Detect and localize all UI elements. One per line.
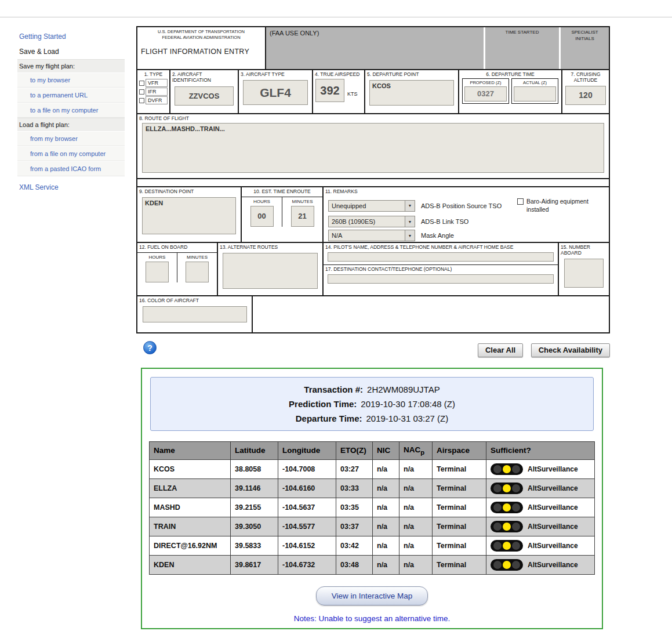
- sufficient-label: AltSurveillance: [528, 503, 578, 512]
- table-header-row: Name Latitude Longitude ETO(Z) NIC NACp …: [150, 442, 595, 460]
- actual-time-label: ACTUAL (Z): [513, 79, 557, 86]
- field-cruising-altitude: 7. CRUISING ALTITUDE 120: [562, 70, 609, 113]
- field-destination-point: 9. DESTINATION POINT KDEN: [137, 187, 242, 242]
- sufficient-label: AltSurveillance: [528, 523, 578, 531]
- sidebar-header-save-flight-plan: Save my flight plan:: [17, 59, 125, 72]
- enroute-hours-input[interactable]: 00: [250, 206, 274, 227]
- departure-point-input[interactable]: KCOS: [369, 80, 454, 106]
- vfr-checkbox[interactable]: [139, 81, 144, 86]
- fuel-minutes-col: MINUTES: [177, 253, 217, 282]
- sidebar-item-load-from-file[interactable]: from a file on my computer: [17, 146, 125, 161]
- dvfr-checkbox[interactable]: [139, 98, 144, 103]
- color-of-aircraft-input[interactable]: [143, 306, 247, 322]
- col-header-airspace: Airspace: [433, 442, 486, 460]
- sidebar-item-load-from-browser[interactable]: from my browser: [17, 131, 125, 146]
- sidebar-item-save-to-permanent-url[interactable]: to a permanent URL: [17, 88, 125, 103]
- form-section-gap: [137, 179, 609, 186]
- departure-time-summary-value: 2019-10-31 03:27 (Z): [366, 414, 449, 423]
- enroute-minutes-col: MINUTES 21: [282, 197, 322, 227]
- type-option-vfr: VFR: [139, 79, 168, 87]
- ifr-checkbox[interactable]: [139, 89, 144, 95]
- proposed-time-input[interactable]: 0327: [464, 86, 507, 101]
- traffic-light-indicator: [491, 521, 523, 532]
- sidebar-item-save-to-browser[interactable]: to my browser: [17, 72, 125, 88]
- baro-aiding-label: Baro-Aiding equipment installed: [526, 198, 590, 213]
- aircraft-type-input[interactable]: GLF4: [243, 80, 308, 105]
- actual-time-input[interactable]: [514, 86, 556, 101]
- kts-unit-label: KTS: [347, 91, 358, 97]
- clear-all-button[interactable]: Clear All: [478, 343, 523, 357]
- aircraft-id-label: 2. AIRCRAFT IDENTIFICATION: [170, 70, 238, 84]
- cruising-altitude-input[interactable]: 120: [565, 86, 606, 105]
- alternate-routes-label: 13. ALTERNATE ROUTES: [218, 243, 322, 251]
- mask-angle-select[interactable]: N/A ▼: [328, 230, 415, 241]
- form-row-9-10-11: 9. DESTINATION POINT KDEN 10. EST. TIME …: [137, 186, 609, 243]
- sidebar-section-save-load: Save & Load: [17, 45, 125, 59]
- page-top-divider: [0, 17, 672, 17]
- traffic-light-indicator: [491, 502, 523, 513]
- transaction-value: 2H2WM089UJTAP: [367, 385, 440, 394]
- table-row: KCOS 38.8058 -104.7008 03:27 n/a n/a Ter…: [150, 459, 595, 478]
- sidebar-item-save-to-file[interactable]: to a file on my computer: [17, 103, 125, 118]
- dropdown-arrow-icon: ▼: [405, 230, 415, 241]
- field-est-time-enroute: 10. EST. TIME ENROUTE HOURS 00 MINUTES 2…: [242, 187, 324, 242]
- form-title: FLIGHT INFORMATION ENTRY: [141, 48, 261, 56]
- sidebar: Getting Started Save & Load Save my flig…: [17, 29, 125, 195]
- field-remarks: 11. REMARKS Unequipped ▼ ADS-B Position …: [324, 187, 609, 242]
- destination-point-input[interactable]: KDEN: [142, 197, 236, 234]
- availability-results-panel: Transaction #:2H2WM089UJTAP Prediction T…: [141, 368, 603, 629]
- field-aircraft-type: 3. AIRCRAFT TYPE GLF4: [239, 70, 313, 113]
- sidebar-item-getting-started[interactable]: Getting Started: [17, 29, 125, 45]
- color-of-aircraft-label: 16. COLOR OF AIRCRAFT: [137, 296, 252, 304]
- table-row: MASHD 39.2155 -104.5637 03:35 n/a n/a Te…: [150, 498, 595, 517]
- prediction-results-table: Name Latitude Longitude ETO(Z) NIC NACp …: [149, 441, 595, 575]
- mask-angle-label: Mask Angle: [421, 232, 454, 239]
- route-input[interactable]: ELLZA...MASHD...TRAIN...: [142, 123, 604, 173]
- notes-text: Notes: Unable to suggest an alternative …: [142, 614, 602, 623]
- col-header-eto: ETO(Z): [336, 442, 373, 460]
- enroute-hours-col: HOURS 00: [242, 197, 282, 227]
- view-interactive-map-button[interactable]: View in Interactive Map: [316, 586, 428, 605]
- fuel-hours-input[interactable]: [146, 262, 169, 282]
- departure-time-line: Departure Time:2019-10-31 03:27 (Z): [154, 411, 590, 426]
- fuel-minutes-input[interactable]: [186, 262, 209, 282]
- number-aboard-input[interactable]: [564, 259, 604, 288]
- time-started-box: TIME STARTED: [484, 27, 559, 69]
- check-availability-button[interactable]: Check Availability: [531, 343, 610, 357]
- adsb-position-source-select[interactable]: Unequipped ▼: [328, 200, 415, 212]
- enroute-minutes-label: MINUTES: [282, 197, 322, 206]
- traffic-light-indicator: [491, 540, 523, 552]
- traffic-light-indicator: [491, 463, 523, 475]
- field-departure-point: 5. DEPARTURE POINT KCOS: [365, 70, 459, 113]
- alternate-routes-input[interactable]: [223, 253, 318, 289]
- route-label: 8. ROUTE OF FLIGHT: [137, 114, 609, 122]
- true-airspeed-input[interactable]: 392: [315, 79, 344, 102]
- sidebar-header-load-flight-plan: Load a flight plan:: [17, 118, 125, 131]
- table-row: ELLZA 39.1146 -104.6160 03:33 n/a n/a Te…: [150, 478, 595, 498]
- aircraft-id-input[interactable]: ZZVCOS: [175, 86, 234, 106]
- enroute-minutes-input[interactable]: 21: [291, 206, 314, 227]
- adsb-link-label: ADS-B Link TSO: [421, 218, 468, 225]
- aircraft-type-label: 3. AIRCRAFT TYPE: [239, 70, 312, 78]
- flight-information-entry-form: U.S. DEPARTMENT OF TRANSPORTATION FEDERA…: [136, 26, 610, 333]
- sufficient-label: AltSurveillance: [528, 561, 578, 569]
- transaction-label: Transaction #:: [304, 385, 363, 394]
- pilot-info-input[interactable]: [328, 252, 554, 262]
- agency-line-1: U.S. DEPARTMENT OF TRANSPORTATION: [141, 29, 261, 35]
- type-option-ifr: IFR: [139, 88, 168, 96]
- col-header-nic: NIC: [373, 442, 399, 460]
- sidebar-item-load-from-icao-form[interactable]: from a pasted ICAO form: [17, 161, 125, 176]
- col-header-latitude: Latitude: [231, 442, 278, 460]
- form-header-row: U.S. DEPARTMENT OF TRANSPORTATION FEDERA…: [137, 27, 609, 70]
- enroute-hours-label: HOURS: [242, 197, 282, 206]
- destination-contact-input[interactable]: [328, 274, 554, 284]
- baro-aiding-checkbox[interactable]: [517, 198, 524, 205]
- prediction-time-label: Prediction Time:: [289, 399, 357, 409]
- field-destination-contact: 17. DESTINATION CONTACT/TELEPHONE (OPTIO…: [324, 264, 558, 284]
- field-color-of-aircraft: 16. COLOR OF AIRCRAFT: [137, 296, 253, 332]
- adsb-link-select[interactable]: 260B (1090ES) ▼: [328, 216, 415, 227]
- destination-point-label: 9. DESTINATION POINT: [137, 187, 241, 195]
- sufficient-label: AltSurveillance: [528, 542, 578, 550]
- sidebar-item-xml-service[interactable]: XML Service: [17, 180, 125, 195]
- departure-time-label: 6. DEPARTURE TIME: [459, 70, 561, 78]
